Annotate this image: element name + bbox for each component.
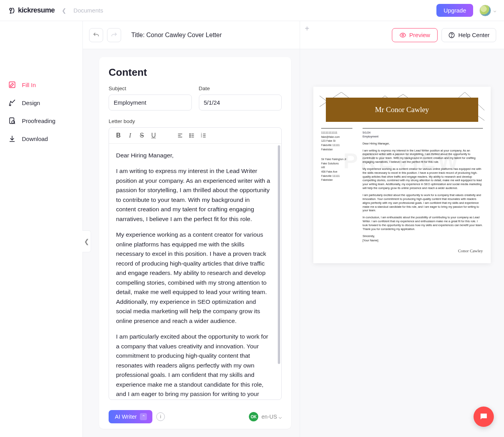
- preview-paragraph: In conclusion, I am enthusiastic about t…: [363, 216, 483, 231]
- ai-writer-button[interactable]: AI Writer ⌃: [109, 410, 152, 423]
- preview-header: + Preview Help Center: [300, 21, 504, 49]
- subject-label: Subject: [109, 86, 192, 91]
- italic-button[interactable]: I: [125, 130, 136, 141]
- account-menu[interactable]: ⌵: [479, 5, 496, 16]
- chat-icon: [479, 412, 488, 421]
- bullet-list-button[interactable]: [186, 130, 197, 141]
- preview-right-column: 5/1/24 Employment Dear Hiring Manager, I…: [363, 128, 483, 254]
- strikethrough-button[interactable]: S: [136, 130, 147, 141]
- svg-point-6: [189, 137, 190, 137]
- preview-signature: Conor Cawley: [363, 248, 483, 254]
- letter-paragraph: My experience working as a content creat…: [116, 230, 270, 326]
- chevron-left-icon[interactable]: ❮: [62, 7, 66, 14]
- design-icon: [8, 98, 16, 107]
- nav-label: Fill In: [22, 82, 36, 88]
- chevron-down-icon: ⌵: [493, 8, 496, 13]
- letter-paragraph: I am particularly excited about the oppo…: [116, 332, 270, 400]
- svg-point-12: [451, 36, 452, 37]
- svg-point-4: [189, 134, 190, 134]
- date-field: Date: [199, 86, 282, 111]
- redo-button[interactable]: [107, 28, 121, 42]
- svg-text:3: 3: [201, 136, 202, 138]
- preview-button[interactable]: Preview: [392, 28, 438, 42]
- editor-header: Title: Conor Cawley Cover Letter: [83, 21, 300, 49]
- letter-body-label: Letter body: [109, 118, 282, 124]
- add-button[interactable]: +: [305, 24, 309, 33]
- redo-icon: [111, 32, 118, 39]
- chevron-left-icon: ❮: [84, 238, 89, 245]
- content-card: Content Subject Date Letter body B I S U: [99, 57, 291, 429]
- chevron-down-icon: ⌵: [279, 414, 282, 420]
- edit-icon: [8, 80, 16, 89]
- letter-body-textarea[interactable]: Dear Hiring Manager,I am writing to expr…: [109, 144, 281, 400]
- language-selector[interactable]: en-US ⌵: [261, 414, 282, 420]
- top-header: kickresume ❮ Documents Upgrade ⌵: [0, 0, 504, 21]
- preview-paragraph: I am writing to express my interest in t…: [363, 149, 483, 164]
- nav-label: Proofreading: [22, 118, 55, 124]
- preview-paragraph: I am particularly excited about the oppo…: [363, 193, 483, 212]
- undo-button[interactable]: [89, 28, 103, 42]
- letter-paragraph: I am writing to express my interest in t…: [116, 166, 270, 224]
- nav-item-proofreading[interactable]: Proofreading: [0, 112, 82, 130]
- subject-input[interactable]: [109, 95, 192, 111]
- undo-icon: [93, 32, 100, 39]
- nav-label: Download: [22, 136, 48, 142]
- preview-salutation: Dear Hiring Manager,: [363, 142, 483, 146]
- upgrade-button[interactable]: Upgrade: [436, 4, 473, 17]
- nav-item-download[interactable]: Download: [0, 130, 82, 148]
- help-icon: [448, 32, 455, 39]
- svg-point-0: [10, 8, 12, 10]
- nav-item-fill-in[interactable]: Fill In: [0, 76, 82, 94]
- svg-point-10: [402, 34, 404, 36]
- bold-button[interactable]: B: [113, 130, 124, 141]
- logo-text: kickresume: [18, 6, 55, 14]
- collapse-sidebar-button[interactable]: ❮: [82, 230, 91, 252]
- svg-point-5: [189, 135, 190, 136]
- info-icon[interactable]: i: [156, 412, 165, 421]
- section-heading: Content: [109, 66, 282, 78]
- header-right: Upgrade ⌵: [436, 4, 496, 17]
- preview-closing: Sincerely,: [363, 234, 483, 238]
- preview-subject: Employment: [363, 135, 483, 139]
- nav-label: Design: [22, 100, 40, 106]
- editor-toolbar: B I S U 123: [109, 128, 281, 144]
- date-label: Date: [199, 86, 282, 91]
- preview-paragraph: My experience working as a content creat…: [363, 167, 483, 190]
- numbered-list-button[interactable]: 123: [198, 130, 209, 141]
- download-icon: [8, 134, 16, 143]
- letter-paragraph: Dear Hiring Manager,: [116, 151, 270, 160]
- subject-field: Subject: [109, 86, 192, 111]
- editor-column: Title: Conor Cawley Cover Letter ❮ Conte…: [82, 21, 300, 437]
- preview-left-column: 11111111111fake@fake.com123 Fake StFakev…: [321, 128, 352, 254]
- eye-icon: [399, 32, 406, 39]
- card-footer: AI Writer ⌃ i OK en-US ⌵: [109, 410, 282, 423]
- breadcrumb[interactable]: Documents: [73, 7, 103, 14]
- grammar-ok-badge[interactable]: OK: [249, 412, 258, 421]
- header-left: kickresume ❮ Documents: [8, 6, 103, 14]
- document-preview: PREVIEW Mr Conor Cawley 11111111111fake@…: [313, 87, 491, 263]
- avatar: [479, 5, 491, 16]
- chevron-up-icon: ⌃: [140, 413, 147, 420]
- rich-text-editor: B I S U 123 Dear Hiring Manager,I am wri…: [109, 127, 282, 400]
- scrollbar[interactable]: [278, 145, 280, 364]
- preview-name-banner: Mr Conor Cawley: [326, 98, 478, 122]
- logo-icon: [8, 7, 16, 14]
- chat-support-button[interactable]: [474, 407, 494, 427]
- date-input[interactable]: [199, 95, 282, 111]
- preview-closing-name: [Your Name]: [363, 239, 483, 243]
- preview-date: 5/1/24: [363, 131, 483, 135]
- nav-item-design[interactable]: Design: [0, 94, 82, 112]
- align-button[interactable]: [175, 130, 186, 141]
- help-center-button[interactable]: Help Center: [441, 28, 496, 42]
- document-title[interactable]: Title: Conor Cawley Cover Letter: [131, 32, 222, 39]
- proofreading-icon: [8, 116, 16, 125]
- logo[interactable]: kickresume: [8, 6, 55, 14]
- left-nav: Fill In Design Proofreading Download: [0, 21, 82, 437]
- preview-column: + Preview Help Center PREVIEW Mr Conor C…: [300, 21, 504, 437]
- underline-button[interactable]: U: [148, 130, 159, 141]
